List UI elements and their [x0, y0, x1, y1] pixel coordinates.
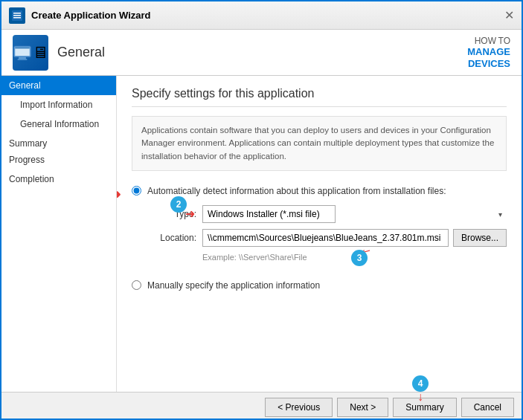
manual-radio-row: Manually specify the application informa… — [132, 280, 507, 291]
manual-specify-radio[interactable] — [132, 280, 141, 290]
svg-rect-7 — [18, 59, 28, 60]
location-input[interactable] — [202, 229, 449, 247]
location-form-row: Location: Browse... — [147, 229, 507, 247]
content-title: Specify settings for this application — [132, 87, 507, 107]
arrow-1: ➜ — [117, 187, 121, 201]
main-container: General Import Information General Infor… — [1, 76, 522, 392]
description-text: Applications contain software that you c… — [132, 116, 507, 171]
svg-rect-3 — [13, 13, 21, 14]
next-button[interactable]: Next > — [337, 398, 388, 417]
annotation-3: 3 — [351, 250, 368, 266]
svg-rect-5 — [15, 47, 30, 55]
annotation-4: 4 — [412, 375, 429, 392]
sidebar: General Import Information General Infor… — [1, 76, 117, 392]
auto-detect-radio[interactable] — [132, 186, 141, 196]
logo-howto: HOW TO — [467, 36, 510, 46]
content-area: Specify settings for this application Ap… — [117, 76, 522, 392]
cancel-button[interactable]: Cancel — [461, 398, 514, 417]
sidebar-item-general-info[interactable]: General Information — [1, 114, 116, 134]
location-label: Location: — [147, 233, 202, 243]
arrow-2: ➜ — [185, 207, 195, 221]
type-select[interactable]: Windows Installer (*.msi file) Script In… — [202, 205, 336, 223]
auto-detect-radio-row: Automatically detect information about t… — [132, 186, 507, 196]
auto-detect-section: 1 ➜ Automatically detect information abo… — [132, 186, 507, 262]
annotation-4-container: 4 ↓ — [412, 375, 429, 404]
window-close[interactable]: ✕ — [504, 8, 514, 22]
title-bar: Create Application Wizard ✕ — [1, 1, 522, 30]
svg-rect-8 — [15, 47, 30, 48]
location-control-wrapper: Browse... — [202, 229, 507, 247]
annotation-2: 2 — [170, 196, 187, 213]
footer-bar: 4 ↓ < Previous Next > Summary Cancel — [1, 392, 522, 420]
prev-button[interactable]: < Previous — [265, 398, 333, 417]
window-icon — [9, 7, 25, 24]
sidebar-item-general[interactable]: General — [1, 76, 116, 95]
sidebar-item-progress[interactable]: Progress — [1, 150, 116, 169]
type-select-wrapper: Windows Installer (*.msi file) Script In… — [202, 205, 507, 223]
window-title: Create Application Wizard — [31, 10, 150, 21]
auto-detect-label: Automatically detect information about t… — [147, 186, 446, 196]
browse-button[interactable]: Browse... — [453, 229, 507, 247]
logo-devices: DEVICES — [467, 58, 510, 70]
sidebar-item-completion[interactable]: Completion — [1, 169, 116, 189]
type-control-wrapper: 2 ➜ Windows Installer (*.msi file) Scrip… — [202, 205, 507, 223]
wizard-header: General HOW TO MANAGE DEVICES — [1, 30, 522, 76]
sidebar-item-import-info[interactable]: Import Information — [1, 95, 116, 114]
arrow-4: ↓ — [412, 390, 429, 404]
type-form-row: Type: 2 ➜ Windows Installer (*.msi file)… — [147, 205, 507, 223]
manual-specify-label: Manually specify the application informa… — [147, 280, 320, 291]
location-container: Location: Browse... 3 ↙ Example: \\Serve… — [132, 229, 507, 262]
brand-logo: HOW TO MANAGE DEVICES — [467, 36, 510, 70]
svg-rect-1 — [13, 15, 21, 16]
svg-rect-2 — [13, 17, 21, 19]
svg-rect-6 — [19, 56, 26, 58]
logo-manage: MANAGE — [467, 46, 510, 58]
sidebar-item-summary[interactable]: Summary — [1, 134, 116, 150]
header-icon — [13, 35, 48, 71]
wizard-subtitle: General — [57, 45, 105, 60]
